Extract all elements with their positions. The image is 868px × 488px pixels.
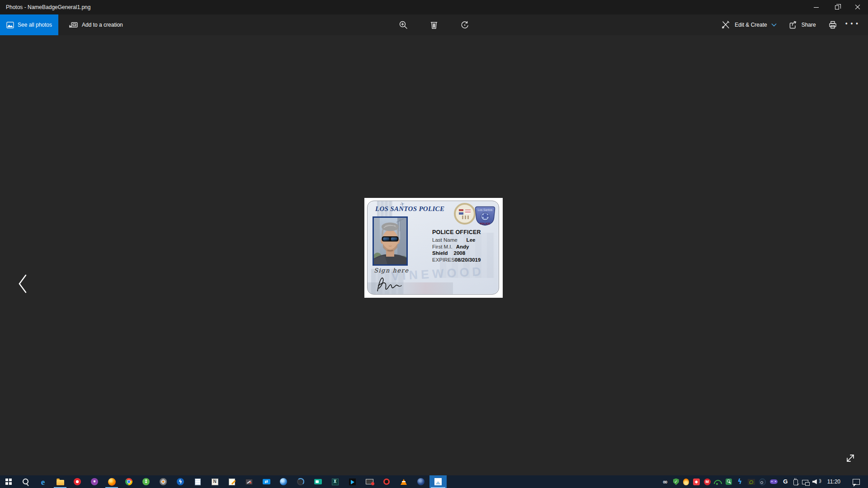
media-player-taskbar-button[interactable] [344,475,361,488]
notepad-taskbar-button[interactable] [189,475,206,488]
badge-bottom-text: POLICE [480,222,490,225]
steam-icon[interactable] [759,479,766,485]
password-key-icon[interactable] [726,479,732,485]
previous-photo-button[interactable] [16,273,29,296]
tor-browser-taskbar-button[interactable] [86,475,103,488]
chrome-taskbar-button[interactable] [120,475,137,488]
edit-create-label: Edit & Create [735,22,767,28]
share-icon [788,20,797,29]
creative-cloud-icon[interactable] [661,478,669,486]
viewer-canvas: VINEWOOD ✈ LOS SANTOS POLICE Los Santos … [0,35,868,475]
rotate-button[interactable] [459,19,470,30]
taskbar-items [0,475,447,488]
role-title: POLICE OFFICER [432,229,481,235]
see-all-photos-label: See all photos [18,22,52,28]
fullscreen-button[interactable] [844,452,856,466]
globe-tool-icon [280,478,287,485]
capture-tool-taskbar-button[interactable] [292,475,309,488]
photo-image[interactable]: VINEWOOD ✈ LOS SANTOS POLICE Los Santos … [364,198,503,298]
field-expires: EXPIRES08/20/3019 [432,257,481,264]
photos-app-window: Photos - NameBadgeGeneral1.png See all p… [0,0,868,488]
teamviewer-icon [263,479,270,484]
hola-vpn-icon[interactable] [683,479,689,485]
search-taskbar-button[interactable] [17,475,34,488]
edit-create-button[interactable]: Edit & Create [715,20,782,30]
id-card: VINEWOOD ✈ LOS SANTOS POLICE Los Santos … [367,201,499,295]
image-editor-taskbar-button[interactable] [241,475,258,488]
vlc-icon [401,479,407,485]
center-tools [398,14,470,35]
record-app-icon [383,479,390,485]
close-button[interactable] [847,0,868,14]
nvidia-icon[interactable] [748,479,755,485]
action-center-icon[interactable] [853,479,860,485]
chevron-left-icon [16,273,29,294]
downloader-taskbar-button[interactable] [137,475,155,488]
right-tools: Edit & Create Share • • • [715,14,868,35]
usb-eject-icon[interactable] [793,479,798,485]
red-app-icon[interactable] [693,479,700,485]
delete-button[interactable] [429,19,439,30]
disc-burner-taskbar-button[interactable] [155,475,172,488]
share-label: Share [802,22,816,28]
field-shield: Shield2008 [432,250,481,257]
print-button[interactable] [822,20,844,30]
gamepad-icon[interactable] [770,479,778,484]
edge-icon [39,478,47,486]
teamviewer-taskbar-button[interactable] [258,475,275,488]
notepad-icon [195,479,201,485]
opera-taskbar-button[interactable] [69,475,86,488]
seal-figures [462,216,470,219]
screen-recorder-taskbar-button[interactable] [361,475,378,488]
logitech-g-icon[interactable] [782,478,789,486]
photos-app-taskbar-button[interactable] [429,475,447,488]
firefox-taskbar-button[interactable] [103,475,120,488]
card-info: POLICE OFFICER Last NameLee First M.I.An… [432,229,481,263]
vlc-taskbar-button[interactable] [395,475,412,488]
field-first-mi: First M.I.Andy [432,244,481,251]
clock[interactable]: 11:20 [827,479,840,485]
lightning-app-taskbar-button[interactable] [172,475,189,488]
record-app-taskbar-button[interactable] [378,475,395,488]
edge-taskbar-button[interactable] [34,475,52,488]
notes-editor-taskbar-button[interactable] [223,475,241,488]
start-button-taskbar-button[interactable] [0,475,17,488]
restore-button[interactable] [826,0,847,14]
screen-recorder-icon [366,479,373,484]
mega-icon[interactable] [704,479,711,485]
officer-photo [373,216,408,266]
dark-browser-taskbar-button[interactable] [412,475,429,488]
sign-here-label: Sign here [374,267,409,274]
dark-browser-icon [417,478,425,485]
chevron-down-icon [771,23,777,27]
network-icon[interactable] [802,480,808,484]
xsplit-taskbar-button[interactable] [326,475,344,488]
officer-portrait [374,218,406,264]
volume-icon[interactable] [812,479,821,485]
n-app-icon [212,479,218,485]
edit-create-icon [721,20,731,30]
thunderbolt-icon[interactable] [736,478,744,486]
video-tool-taskbar-button[interactable] [309,475,326,488]
image-editor-icon [245,479,253,485]
file-explorer-icon [57,480,64,485]
badge-top-text: Los Santos [478,208,493,211]
minimize-button[interactable] [806,0,826,14]
taskbar: 11:20 [0,475,868,488]
share-button[interactable]: Share [783,20,822,29]
see-all-photos-button[interactable]: See all photos [0,14,58,35]
file-explorer-taskbar-button[interactable] [52,475,69,488]
globe-tool-taskbar-button[interactable] [275,475,292,488]
tray-icons [661,478,821,486]
n-app-taskbar-button[interactable] [206,475,223,488]
add-to-creation-button[interactable]: Add to a creation [61,14,131,35]
see-more-button[interactable]: • • • [844,20,863,30]
antivirus-shield-icon[interactable] [673,479,679,485]
opera-icon [74,478,81,485]
minimize-icon [814,7,819,8]
city-seal-icon [454,203,476,225]
signature [376,274,405,294]
see-more-ellipsis-icon: • • • [845,20,859,27]
zoom-in-button[interactable] [398,19,409,30]
signal-icon[interactable] [715,479,722,485]
